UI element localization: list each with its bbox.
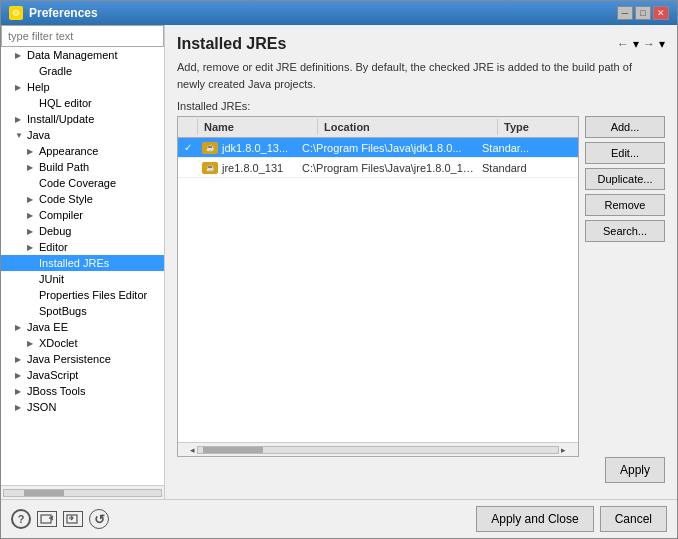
sidebar-item-label: JBoss Tools (27, 385, 86, 397)
forward-button[interactable]: → (641, 35, 657, 53)
sidebar-item-build-path[interactable]: ▶ Build Path (1, 159, 164, 175)
jre-action-buttons: Add... Edit... Duplicate... Remove Searc… (585, 116, 665, 457)
check-icon: ✓ (184, 142, 192, 153)
table-row[interactable]: ✓ ☕ jdk1.8.0_13... C:\Program Files\Java… (178, 138, 578, 158)
sidebar-item-label: XDoclet (39, 337, 78, 349)
sidebar-item-java-persistence[interactable]: ▶ Java Persistence (1, 351, 164, 367)
nav-separator: ▾ (633, 37, 639, 51)
sidebar-item-label: Build Path (39, 161, 89, 173)
sidebar-item-data-management[interactable]: ▶ Data Management (1, 47, 164, 63)
sidebar-item-properties-files-editor[interactable]: Properties Files Editor (1, 287, 164, 303)
tree-container: ▶ Data Management Gradle ▶ Help HQL edit… (1, 47, 164, 485)
sidebar-item-spotbugs[interactable]: SpotBugs (1, 303, 164, 319)
row-name: ☕ jdk1.8.0_13... (198, 142, 298, 154)
installed-jres-label: Installed JREs: (177, 100, 665, 112)
apply-and-close-button[interactable]: Apply and Close (476, 506, 593, 532)
tree-arrow: ▶ (15, 51, 25, 60)
tree-arrow: ▶ (27, 147, 37, 156)
import-icon[interactable] (63, 511, 83, 527)
sidebar-item-label: Install/Update (27, 113, 94, 125)
sidebar-item-jboss-tools[interactable]: ▶ JBoss Tools (1, 383, 164, 399)
sidebar-item-java[interactable]: ▼ Java (1, 127, 164, 143)
export-svg (40, 513, 54, 525)
sidebar-item-hql-editor[interactable]: HQL editor (1, 95, 164, 111)
sidebar-item-label: Java EE (27, 321, 68, 333)
sidebar-item-label: JUnit (39, 273, 64, 285)
window-title: Preferences (29, 6, 98, 20)
sidebar-item-installed-jres[interactable]: Installed JREs (1, 255, 164, 271)
sidebar-item-label: JavaScript (27, 369, 78, 381)
panel-description: Add, remove or edit JRE definitions. By … (177, 59, 665, 92)
add-button[interactable]: Add... (585, 116, 665, 138)
sidebar-item-javascript[interactable]: ▶ JavaScript (1, 367, 164, 383)
th-checkbox (178, 119, 198, 135)
scroll-left-arrow[interactable]: ◂ (188, 445, 197, 455)
jre-table-body: ✓ ☕ jdk1.8.0_13... C:\Program Files\Java… (178, 138, 578, 442)
tree-arrow: ▶ (15, 323, 25, 332)
edit-button[interactable]: Edit... (585, 142, 665, 164)
filter-input[interactable] (1, 25, 164, 47)
sidebar-item-install-update[interactable]: ▶ Install/Update (1, 111, 164, 127)
preferences-window: ⚙ Preferences ─ □ ✕ ▶ Data Management Gr… (0, 0, 678, 539)
sidebar-item-label: Appearance (39, 145, 98, 157)
jre-name-text: jre1.8.0_131 (222, 162, 283, 174)
tree-arrow: ▶ (15, 387, 25, 396)
sidebar-item-appearance[interactable]: ▶ Appearance (1, 143, 164, 159)
bottom-right-buttons: Apply and Close Cancel (476, 506, 667, 532)
sidebar-horizontal-scrollbar[interactable] (1, 485, 164, 499)
sidebar-item-json[interactable]: ▶ JSON (1, 399, 164, 415)
sidebar-item-junit[interactable]: JUnit (1, 271, 164, 287)
bottom-left-icons: ? ↺ (11, 509, 109, 529)
reset-icon[interactable]: ↺ (89, 509, 109, 529)
sidebar-item-compiler[interactable]: ▶ Compiler (1, 207, 164, 223)
remove-button[interactable]: Remove (585, 194, 665, 216)
export-icon[interactable] (37, 511, 57, 527)
maximize-button[interactable]: □ (635, 6, 651, 20)
sidebar-item-xdoclet[interactable]: ▶ XDoclet (1, 335, 164, 351)
scroll-thumb[interactable] (24, 490, 64, 496)
description-line1: Add, remove or edit JRE definitions. By … (177, 61, 632, 73)
th-type[interactable]: Type (498, 119, 578, 135)
search-button[interactable]: Search... (585, 220, 665, 242)
svg-rect-0 (41, 515, 51, 523)
sidebar-item-label: Data Management (27, 49, 118, 61)
table-horizontal-scrollbar[interactable]: ◂ ▸ (178, 442, 578, 456)
minimize-button[interactable]: ─ (617, 6, 633, 20)
table-row[interactable]: ☕ jre1.8.0_131 C:\Program Files\Java\jre… (178, 158, 578, 178)
sidebar-item-editor[interactable]: ▶ Editor (1, 239, 164, 255)
apply-button[interactable]: Apply (605, 457, 665, 483)
sidebar-item-label: JSON (27, 401, 56, 413)
sidebar-item-debug[interactable]: ▶ Debug (1, 223, 164, 239)
th-location[interactable]: Location (318, 119, 498, 135)
cancel-button[interactable]: Cancel (600, 506, 667, 532)
tree-arrow: ▶ (27, 211, 37, 220)
scroll-track[interactable] (197, 446, 559, 454)
panel-header: Installed JREs ← ▾ → ▾ (177, 35, 665, 53)
row-checkbox[interactable]: ✓ (178, 142, 198, 153)
tree-arrow: ▶ (27, 243, 37, 252)
sidebar-item-label: Compiler (39, 209, 83, 221)
sidebar-item-label: Java (27, 129, 50, 141)
back-button[interactable]: ← (615, 35, 631, 53)
scroll-thumb[interactable] (203, 447, 263, 453)
row-type: Standard (478, 162, 558, 174)
sidebar-item-code-style[interactable]: ▶ Code Style (1, 191, 164, 207)
sidebar-item-label: SpotBugs (39, 305, 87, 317)
close-button[interactable]: ✕ (653, 6, 669, 20)
jre-content: Name Location Type ✓ ☕ jdk1.8.0_13. (177, 116, 665, 457)
duplicate-button[interactable]: Duplicate... (585, 168, 665, 190)
tree-arrow: ▼ (15, 131, 25, 140)
title-bar-left: ⚙ Preferences (9, 6, 98, 20)
scroll-right-arrow[interactable]: ▸ (559, 445, 568, 455)
th-name[interactable]: Name (198, 119, 318, 135)
scroll-track[interactable] (3, 489, 162, 497)
help-icon[interactable]: ? (11, 509, 31, 529)
sidebar-item-gradle[interactable]: Gradle (1, 63, 164, 79)
bottom-bar: ? ↺ (1, 499, 677, 538)
tree-arrow: ▶ (27, 163, 37, 172)
window-icon: ⚙ (9, 6, 23, 20)
sidebar-item-java-ee[interactable]: ▶ Java EE (1, 319, 164, 335)
sidebar-item-code-coverage[interactable]: Code Coverage (1, 175, 164, 191)
tree-arrow: ▶ (15, 115, 25, 124)
sidebar-item-help[interactable]: ▶ Help (1, 79, 164, 95)
